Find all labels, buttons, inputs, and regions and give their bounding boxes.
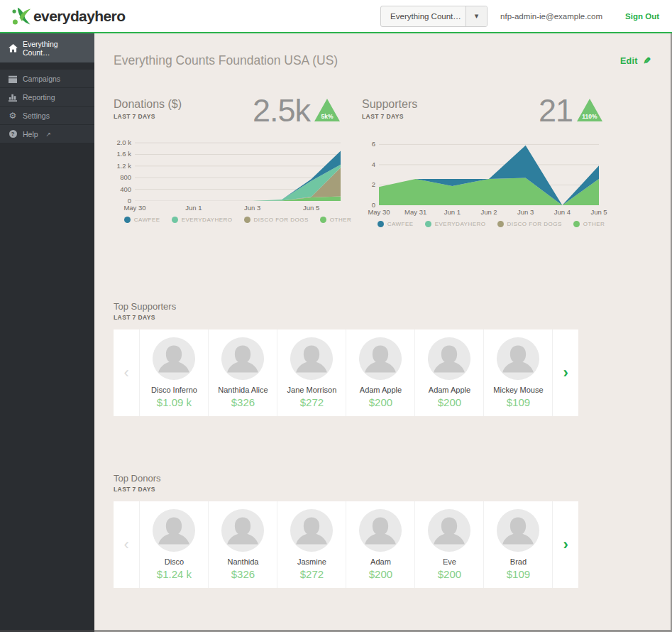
sidebar-item-label: Help [23,130,38,138]
donor-card[interactable]: Disco $1.24 k [139,501,208,588]
person-name: Nanthida [227,557,258,566]
top-donors-panel: ‹ Disco $1.24 k Nanthida $326 Jasmine [114,501,578,588]
legend-item-cawfee[interactable]: CAWFEE [378,221,414,227]
legend-label: DISCO FOR DOGS [254,217,309,223]
supporters-plot-area [379,140,599,205]
person-name: Mickey Mouse [493,386,543,394]
supporter-card[interactable]: Disco Inferno $1.09 k [139,329,208,416]
chevron-down-icon[interactable]: ▾ [466,6,487,26]
supporter-card[interactable]: Adam Apple $200 [414,329,483,416]
sidebar-item-label: Settings [23,111,50,120]
sidebar-item-everything-counts[interactable]: Everything Count… [0,33,94,63]
y-tick-label: 800 [120,174,131,181]
carousel-prev-button[interactable]: ‹ [114,501,139,588]
external-link-icon: ↗ [46,131,52,138]
legend-label: CAWFEE [134,217,160,223]
donor-card[interactable]: Jasmine $272 [277,501,346,588]
x-tick-label: Jun 1 [444,208,461,216]
legend-item-disco-for-dogs[interactable]: DISCO FOR DOGS [244,217,309,223]
person-name: Jane Morrison [287,386,337,394]
person-name: Disco Inferno [151,386,197,394]
sidebar-item-help[interactable]: ? Help ↗ [0,125,94,143]
carousel-prev-button[interactable]: ‹ [114,329,139,416]
legend-label: EVERYDAYHERO [435,221,486,227]
person-amount: $200 [438,396,461,408]
sidebar: Everything Count… Campaigns Reporting ⚙ … [0,33,94,632]
donor-card[interactable]: Eve $200 [414,501,483,588]
person-name: Jasmine [297,557,326,566]
person-amount: $1.24 k [157,568,192,580]
carousel-next-button[interactable]: › [552,501,578,588]
supporter-card[interactable]: Nanthida Alice $326 [208,329,277,416]
legend-item-other[interactable]: OTHER [573,221,605,227]
person-name: Adam Apple [429,386,470,394]
legend-item-cawfee[interactable]: CAWFEE [124,217,160,223]
supporters-chart-subtitle: LAST 7 DAYS [362,113,417,120]
sidebar-item-campaigns[interactable]: Campaigns [0,70,94,88]
sidebar-item-label: Campaigns [23,75,60,83]
top-supporters-section: Top Supporters LAST 7 DAYS ‹ Disco Infer… [114,301,651,416]
legend-label: CAWFEE [387,221,414,227]
legend-item-everydayhero[interactable]: EVERYDAYHERO [172,217,233,223]
legend-dot [244,217,250,223]
person-amount: $109 [507,396,530,408]
x-tick-label: Jun 4 [554,208,571,216]
everydayhero-logo-mark-icon [11,6,33,26]
y-tick-label: 400 [120,186,131,193]
legend-dot [425,221,431,227]
avatar [358,508,402,552]
avatar [427,337,471,381]
person-amount: $200 [369,568,392,580]
supporter-card[interactable]: Jane Morrison $272 [277,329,346,416]
person-amount: $272 [300,396,324,408]
avatar [221,337,265,381]
legend-item-disco-for-dogs[interactable]: DISCO FOR DOGS [497,221,562,227]
sidebar-item-settings[interactable]: ⚙ Settings [0,107,94,125]
legend-item-everydayhero[interactable]: EVERYDAYHERO [425,221,486,227]
avatar [496,337,540,381]
supporters-kpi-change-badge: 110% [576,98,603,122]
x-tick-label: May 30 [123,204,145,212]
everydayhero-logo[interactable]: everydayhero [11,6,125,26]
person-name: Adam [370,557,391,566]
logo-text: everydayhero [33,8,125,25]
supporter-card[interactable]: Mickey Mouse $109 [483,329,552,416]
y-tick-label: 1.2 k [116,163,131,170]
supporters-legend: CAWFEE EVERYDAYHERO DISCO FOR DOGS OTHER [379,221,603,227]
calendar-icon [8,75,18,83]
donations-legend: CAWFEE EVERYDAYHERO DISCO FOR DOGS OTHER [135,217,341,223]
donations-kpi-change-badge: 5k% [314,98,341,122]
sidebar-item-reporting[interactable]: Reporting [0,88,94,107]
carousel-next-button[interactable]: › [552,329,578,416]
donations-chart-title: Donations ($) [114,98,182,111]
charts-row: Donations ($) LAST 7 DAYS 2.5k 5k% [114,98,651,227]
gear-icon: ⚙ [8,111,18,121]
person-name: Adam Apple [360,386,402,394]
avatar [290,508,334,552]
donor-card[interactable]: Adam $200 [346,501,414,588]
edit-button-label: Edit [620,56,638,66]
legend-dot [378,221,384,227]
home-icon [8,44,18,53]
avatar [152,337,196,381]
legend-label: DISCO FOR DOGS [507,221,562,227]
area-series-everydayhero [135,165,341,201]
legend-dot [497,221,504,227]
y-tick-label: 4 [372,161,375,168]
person-amount: $326 [231,396,255,408]
edit-button[interactable]: Edit ✎ [620,55,651,66]
donations-kpi-change-value: 5k% [321,113,333,120]
person-amount: $200 [438,568,461,580]
y-tick-label: 1.6 k [116,151,131,158]
donor-card[interactable]: Nanthida $326 [208,501,277,588]
organisation-dropdown[interactable]: Everything Count… ▾ [380,6,488,27]
x-tick-label: Jun 3 [244,204,260,212]
supporters-chart-card: Supporters LAST 7 DAYS 21 110% [362,98,603,227]
legend-item-other[interactable]: OTHER [320,217,352,223]
supporter-card[interactable]: Adam Apple $200 [346,329,414,416]
donations-y-axis: 04008001.2 k1.6 k2.0 k [114,140,135,201]
pencil-icon: ✎ [643,55,651,66]
sign-out-link[interactable]: Sign Out [625,12,659,21]
avatar [358,337,402,381]
donor-card[interactable]: Brad $109 [483,501,552,588]
